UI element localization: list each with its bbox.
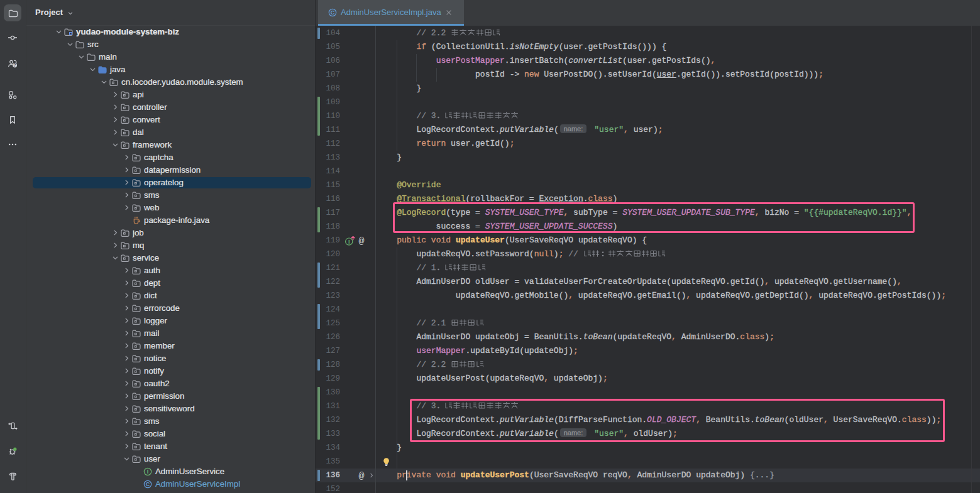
svg-text:@: @ [358, 471, 364, 480]
svg-text:@: @ [358, 236, 364, 246]
svg-text:?: ? [14, 63, 16, 67]
svg-text:I: I [348, 239, 350, 245]
svg-text:I: I [147, 469, 149, 475]
svg-text:C: C [331, 9, 335, 16]
svg-text:C: C [146, 481, 150, 487]
